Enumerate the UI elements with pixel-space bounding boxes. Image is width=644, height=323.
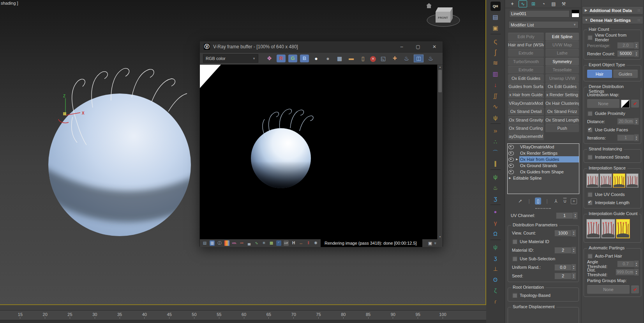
modifier-stack-row[interactable]: Ox Ground Strands [508, 162, 579, 169]
clear-image-button[interactable]: ✕ [370, 56, 376, 62]
timeline-ruler[interactable]: 15 20 25 30 35 40 45 50 55 60 65 70 [0, 311, 486, 320]
distribution-map-button[interactable]: None [587, 99, 619, 108]
fur-teapot-icon[interactable]: ♨ [490, 183, 501, 192]
hook-curl-icon[interactable]: ʃ [490, 48, 501, 57]
comb-icon[interactable]: ▥ [490, 69, 501, 79]
spinner[interactable] [634, 134, 639, 141]
region-render-button[interactable]: ♨ [402, 55, 411, 62]
viewcube[interactable]: FRONT [425, 2, 462, 33]
visibility-eye-icon[interactable] [508, 157, 515, 162]
guides-tripod-icon[interactable]: ⊥ [490, 264, 501, 274]
guide-count-option[interactable] [601, 219, 615, 238]
use-uv-coords-checkbox[interactable] [587, 192, 593, 197]
instanced-strands-checkbox[interactable] [587, 154, 593, 160]
rollout-additional-root-data[interactable]: Additional Root Data [582, 6, 643, 14]
minimize-button[interactable]: – [393, 42, 410, 52]
visibility-eye-icon[interactable] [508, 151, 515, 155]
strand-pin-icon[interactable]: ψ [490, 113, 501, 124]
modifier-button[interactable]: ayDisplacementM [508, 132, 544, 140]
spinner[interactable] [573, 212, 578, 219]
auto-part-hair-checkbox[interactable] [587, 253, 593, 259]
vfb-titlebar[interactable]: V-Ray frame buffer - [100% of 640 x 480]… [200, 41, 443, 53]
seed-field[interactable]: 2 [554, 273, 572, 279]
modifier-button[interactable]: Ox Strand Gravity [508, 116, 544, 124]
tab-create[interactable]: + [508, 1, 516, 7]
visibility-eye-icon[interactable] [508, 164, 515, 168]
object-color-swatch[interactable] [572, 10, 579, 18]
topology-based-checkbox[interactable] [512, 293, 517, 298]
modifier-button[interactable]: UVW Map [545, 41, 579, 49]
green-channel-button[interactable]: G [288, 55, 297, 62]
spinner[interactable] [634, 268, 639, 276]
color-corrections-icon[interactable]: ≔ [239, 240, 244, 246]
configure-stack-button[interactable]: ≡ [571, 198, 577, 204]
guide-count-option[interactable] [616, 219, 630, 238]
modifier-button[interactable]: Ox Strand Curling [508, 124, 544, 132]
drag-grip-icon[interactable] [638, 9, 640, 12]
tab-modify[interactable]: ∿ [519, 0, 527, 7]
double-curl-icon[interactable]: ∬ [490, 91, 501, 101]
export-hair-button[interactable]: Hair [587, 70, 612, 78]
spinner[interactable] [634, 50, 639, 57]
grass-icon[interactable]: ψ [490, 172, 501, 182]
modifier-stack-row[interactable]: Ox Hair from Guides [508, 156, 579, 162]
close-button[interactable]: ✕ [426, 42, 443, 52]
copy-clipboard-button[interactable]: ▯ [358, 55, 367, 62]
visibility-eye-icon[interactable] [508, 170, 515, 174]
scroll-down-icon[interactable]: ▾ [439, 235, 441, 239]
make-unique-button[interactable]: ⅄ [553, 198, 559, 205]
guide-count-option[interactable] [586, 219, 600, 238]
modifier-stack-row[interactable]: Ox Guides from Shape [508, 169, 579, 175]
scroll-up-icon[interactable]: ▴ [439, 65, 441, 69]
modifier-button[interactable]: Symmetry [545, 58, 579, 65]
timeline[interactable]: 15 20 25 30 35 40 45 50 55 60 65 70 [0, 305, 486, 323]
material-id-field[interactable]: 2 [554, 247, 572, 254]
modifier-button[interactable]: Ox Hair Clustering [545, 99, 579, 107]
track-mouse-button[interactable]: ✚ [390, 55, 399, 62]
lut-icon[interactable]: LUT [284, 240, 289, 246]
rgb-panel-icon[interactable]: ▥ [210, 240, 215, 246]
scrollbar-thumb[interactable] [438, 70, 442, 92]
drag-grip-icon[interactable] [638, 18, 640, 22]
modifier-stack-row[interactable]: Ox Render Settings [508, 150, 579, 156]
modifier-button[interactable]: Extrude [508, 66, 544, 74]
background-image-icon[interactable]: ▩ [269, 240, 274, 246]
hair-window-icon[interactable]: ▣ [490, 23, 501, 34]
spinner[interactable] [634, 42, 639, 49]
interpolation-space-option[interactable] [586, 173, 599, 188]
open-image-button[interactable]: ▬ [347, 55, 356, 62]
modifier-button[interactable]: Ox Strand Detail [508, 108, 544, 115]
interpolation-space-option[interactable] [600, 173, 612, 188]
stamp-icon[interactable]: H [291, 240, 296, 246]
render-count-field[interactable]: 50000 [617, 50, 634, 57]
histogram-icon[interactable]: ▄ [247, 240, 252, 246]
uv-channel-field[interactable]: 1 [556, 212, 573, 219]
color-channels-icon[interactable]: ❖ [265, 55, 274, 62]
modifier-button[interactable]: Hair and Fur (WSM [508, 41, 544, 49]
hsl-icon[interactable]: HSL [232, 240, 237, 246]
rollout-splitter[interactable] [535, 208, 551, 211]
modifier-button[interactable]: VRayOrnatrixMod [508, 99, 544, 107]
map-enable-button[interactable] [631, 286, 639, 293]
tab-hierarchy[interactable]: ⊞ [529, 1, 537, 7]
anaglyph-icon[interactable]: ‖ [306, 240, 311, 246]
modifier-button[interactable]: Lathe [545, 49, 579, 57]
modifier-button[interactable]: x Render Setting [545, 91, 579, 99]
monochrome-button[interactable]: ● [312, 55, 321, 62]
curl-dots-icon[interactable]: ʒ [490, 253, 501, 263]
modifier-button[interactable]: Extrude [508, 49, 544, 57]
red-channel-button[interactable]: R [277, 55, 286, 62]
spinner[interactable] [572, 264, 576, 271]
ball-strands-icon[interactable]: ● [490, 207, 501, 217]
vfb-scrollbar[interactable]: ▴ ▾ [437, 65, 443, 239]
modifier-button[interactable]: Guides from Surfa [508, 83, 544, 90]
rollout-dense-hair-settings[interactable]: Dense Hair Settings [582, 16, 643, 24]
region-corner-icon[interactable] [428, 241, 432, 246]
chevrons-icon[interactable]: » [490, 126, 501, 136]
use-sub-selection-checkbox[interactable] [512, 256, 517, 261]
spinner[interactable] [634, 260, 639, 268]
distance-field[interactable]: 20.0cm [617, 118, 634, 125]
modifier-button[interactable]: Ox Edit Guides [545, 83, 579, 90]
curves-icon[interactable]: ∿ [254, 240, 259, 246]
use-guide-faces-checkbox[interactable] [587, 127, 593, 132]
